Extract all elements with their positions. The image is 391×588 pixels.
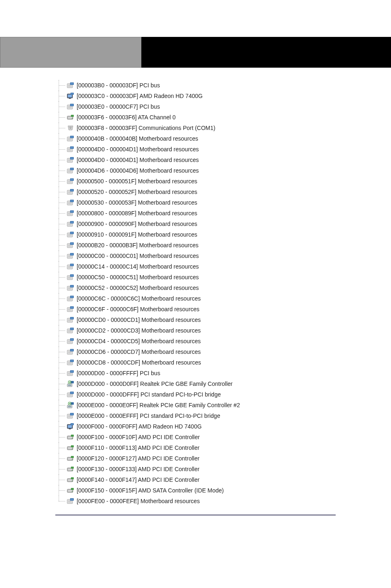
header-left-panel (0, 37, 141, 68)
tree-item-label: [00000C52 - 00000C52] Motherboard resour… (77, 285, 199, 291)
com-port-icon (67, 124, 74, 132)
tree-connector (55, 346, 67, 357)
system-device-icon (67, 391, 74, 398)
tree-item[interactable]: [00000500 - 0000051F] Motherboard resour… (55, 176, 391, 187)
tree-item[interactable]: [00000530 - 0000053F] Motherboard resour… (55, 197, 391, 208)
tree-item[interactable]: [00000CD8 - 00000CDF] Motherboard resour… (55, 357, 391, 368)
tree-item[interactable]: [00000520 - 0000052F] Motherboard resour… (55, 187, 391, 197)
tree-connector (55, 208, 67, 219)
tree-connector (55, 421, 67, 432)
tree-connector (55, 261, 67, 272)
tree-item-label: [000003B0 - 000003DF] PCI bus (77, 82, 160, 89)
tree-item-label: [00000C50 - 00000C51] Motherboard resour… (77, 274, 199, 280)
tree-item-label: [000004D0 - 000004D1] Motherboard resour… (77, 157, 199, 163)
system-device-icon (67, 103, 74, 110)
tree-item-label: [00000520 - 0000052F] Motherboard resour… (77, 189, 197, 195)
tree-connector (55, 251, 67, 261)
tree-item-label: [0000E000 - 0000E0FF] Realtek PCIe GBE F… (77, 402, 240, 408)
system-device-icon (67, 497, 74, 505)
system-device-icon (67, 295, 74, 302)
tree-item-label: [00000500 - 0000051F] Motherboard resour… (77, 178, 197, 185)
tree-item[interactable]: [000003F6 - 000003F6] ATA Channel 0 (55, 112, 391, 123)
system-device-icon (67, 146, 74, 153)
tree-item[interactable]: [0000FE00 - 0000FEFE] Motherboard resour… (55, 496, 391, 506)
ide-channel-icon (67, 465, 74, 473)
tree-connector (55, 304, 67, 315)
tree-item-label: [0000040B - 0000040B] Motherboard resour… (77, 135, 198, 142)
system-device-icon (67, 263, 74, 270)
tree-connector (55, 336, 67, 346)
resource-tree: [000003B0 - 000003DF] PCI bus[000003C0 -… (0, 68, 391, 506)
tree-item[interactable]: [0000F110 - 0000F113] AMD PCI IDE Contro… (55, 442, 391, 453)
tree-item[interactable]: [00000910 - 0000091F] Motherboard resour… (55, 229, 391, 240)
system-device-icon (67, 156, 74, 164)
tree-item[interactable]: [000003F8 - 000003FF] Communications Por… (55, 123, 391, 133)
tree-item-label: [00000800 - 0000089F] Motherboard resour… (77, 210, 197, 217)
tree-item[interactable]: [00000900 - 0000090F] Motherboard resour… (55, 219, 391, 229)
system-device-icon (67, 220, 74, 228)
tree-item-label: [00000530 - 0000053F] Motherboard resour… (77, 199, 197, 206)
tree-item-label: [00000CD0 - 00000CD1] Motherboard resour… (77, 317, 201, 323)
tree-item[interactable]: [00000C00 - 00000C01] Motherboard resour… (55, 251, 391, 261)
tree-connector (55, 325, 67, 336)
system-device-icon (67, 252, 74, 260)
tree-item-label: [0000F100 - 0000F10F] AMD PCI IDE Contro… (77, 434, 200, 440)
tree-item[interactable]: [00000CD4 - 00000CD5] Motherboard resour… (55, 336, 391, 346)
tree-connector (55, 155, 67, 165)
tree-item[interactable]: [00000CD2 - 00000CD3] Motherboard resour… (55, 325, 391, 336)
tree-item[interactable]: [0000D000 - 0000DFFF] PCI standard PCI-t… (55, 389, 391, 400)
tree-item[interactable]: [00000C50 - 00000C51] Motherboard resour… (55, 272, 391, 283)
tree-item-label: [000004D6 - 000004D6] Motherboard resour… (77, 167, 199, 174)
tree-item-label: [00000B20 - 00000B3F] Motherboard resour… (77, 242, 198, 248)
ide-channel-icon (67, 487, 74, 494)
system-device-icon (67, 305, 74, 313)
tree-item[interactable]: [0000F120 - 0000F127] AMD PCI IDE Contro… (55, 453, 391, 464)
tree-item[interactable]: [0000E000 - 0000E0FF] Realtek PCIe GBE F… (55, 400, 391, 410)
ide-channel-icon (67, 444, 74, 451)
tree-item[interactable]: [0000D000 - 0000D0FF] Realtek PCIe GBE F… (55, 378, 391, 389)
tree-item[interactable]: [00000C14 - 00000C14] Motherboard resour… (55, 261, 391, 272)
tree-item[interactable]: [000004D6 - 000004D6] Motherboard resour… (55, 165, 391, 176)
tree-item[interactable]: [00000CD0 - 00000CD1] Motherboard resour… (55, 315, 391, 325)
tree-item[interactable]: [000003C0 - 000003DF] AMD Radeon HD 7400… (55, 91, 391, 101)
network-adapter-icon (67, 380, 74, 387)
tree-item[interactable]: [00000C52 - 00000C52] Motherboard resour… (55, 283, 391, 293)
tree-item[interactable]: [0000F150 - 0000F15F] AMD SATA Controlle… (55, 485, 391, 496)
tree-item[interactable]: [0000040B - 0000040B] Motherboard resour… (55, 133, 391, 144)
display-adapter-icon (67, 423, 74, 430)
tree-item-label: [00000C6F - 00000C6F] Motherboard resour… (77, 306, 200, 312)
tree-item[interactable]: [00000C6F - 00000C6F] Motherboard resour… (55, 304, 391, 315)
tree-connector (55, 80, 67, 91)
tree-item[interactable]: [0000F000 - 0000F0FF] AMD Radeon HD 7400… (55, 421, 391, 432)
tree-item-label: [000003F8 - 000003FF] Communications Por… (77, 125, 215, 131)
tree-item[interactable]: [000003E0 - 00000CF7] PCI bus (55, 101, 391, 112)
tree-item-label: [00000C14 - 00000C14] Motherboard resour… (77, 263, 199, 270)
tree-connector (55, 112, 67, 123)
tree-connector (55, 176, 67, 187)
tree-connector (55, 219, 67, 229)
tree-item[interactable]: [00000800 - 0000089F] Motherboard resour… (55, 208, 391, 219)
header-right-panel (141, 37, 391, 68)
tree-item-label: [00000D00 - 0000FFFF] PCI bus (77, 370, 160, 376)
tree-connector (55, 357, 67, 368)
tree-item[interactable]: [000004D0 - 000004D1] Motherboard resour… (55, 144, 391, 155)
tree-item-label: [00000CD6 - 00000CD7] Motherboard resour… (77, 349, 201, 355)
tree-connector (55, 389, 67, 400)
tree-connector (55, 368, 67, 378)
tree-item[interactable]: [0000E000 - 0000EFFF] PCI standard PCI-t… (55, 410, 391, 421)
tree-connector (55, 283, 67, 293)
tree-item[interactable]: [00000C6C - 00000C6C] Motherboard resour… (55, 293, 391, 304)
tree-item[interactable]: [0000F140 - 0000F147] AMD PCI IDE Contro… (55, 474, 391, 485)
tree-item[interactable]: [000003B0 - 000003DF] PCI bus (55, 80, 391, 91)
tree-item-label: [000003E0 - 00000CF7] PCI bus (77, 103, 160, 110)
system-device-icon (67, 199, 74, 206)
tree-item[interactable]: [0000F130 - 0000F133] AMD PCI IDE Contro… (55, 464, 391, 474)
tree-connector (55, 272, 67, 283)
tree-item[interactable]: [00000D00 - 0000FFFF] PCI bus (55, 368, 391, 378)
tree-item-label: [00000CD8 - 00000CDF] Motherboard resour… (77, 359, 201, 366)
tree-item[interactable]: [00000B20 - 00000B3F] Motherboard resour… (55, 240, 391, 251)
tree-item[interactable]: [0000F100 - 0000F10F] AMD PCI IDE Contro… (55, 432, 391, 442)
tree-connector (55, 165, 67, 176)
tree-item[interactable]: [00000CD6 - 00000CD7] Motherboard resour… (55, 346, 391, 357)
tree-item[interactable]: [000004D0 - 000004D1] Motherboard resour… (55, 155, 391, 165)
